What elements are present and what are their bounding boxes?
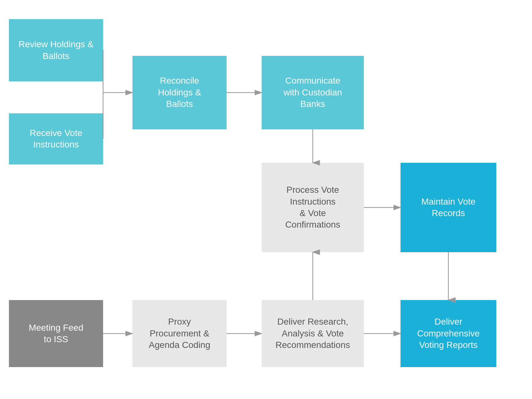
- box-maintain-vote: Maintain VoteRecords: [401, 163, 496, 252]
- box-maintain-vote-label: Maintain VoteRecords: [421, 196, 476, 219]
- box-meeting-feed-label: Meeting Feedto ISS: [29, 322, 83, 345]
- box-deliver-research: Deliver Research,Analysis & VoteRecommen…: [262, 300, 364, 367]
- diagram: Review Holdings & Ballots Receive VoteIn…: [0, 0, 532, 399]
- box-communicate-custodian-label: Communicatewith CustodianBanks: [283, 75, 342, 110]
- box-process-vote: Process VoteInstructions& VoteConfirmati…: [262, 163, 364, 252]
- box-reconcile-holdings: ReconcileHoldings &Ballots: [132, 56, 227, 129]
- box-deliver-research-label: Deliver Research,Analysis & VoteRecommen…: [275, 316, 350, 351]
- box-meeting-feed: Meeting Feedto ISS: [9, 300, 103, 367]
- box-review-holdings: Review Holdings & Ballots: [9, 19, 103, 81]
- box-receive-vote: Receive VoteInstructions: [9, 113, 103, 164]
- box-deliver-comprehensive: DeliverComprehensiveVoting Reports: [401, 300, 496, 367]
- box-reconcile-holdings-label: ReconcileHoldings &Ballots: [158, 75, 201, 110]
- box-receive-vote-label: Receive VoteInstructions: [30, 127, 82, 151]
- box-communicate-custodian: Communicatewith CustodianBanks: [262, 56, 364, 129]
- box-proxy-procurement: ProxyProcurement &Agenda Coding: [132, 300, 227, 367]
- box-process-vote-label: Process VoteInstructions& VoteConfirmati…: [285, 184, 341, 231]
- box-review-holdings-label: Review Holdings & Ballots: [14, 39, 98, 62]
- box-deliver-comprehensive-label: DeliverComprehensiveVoting Reports: [417, 316, 480, 351]
- box-proxy-procurement-label: ProxyProcurement &Agenda Coding: [149, 316, 210, 351]
